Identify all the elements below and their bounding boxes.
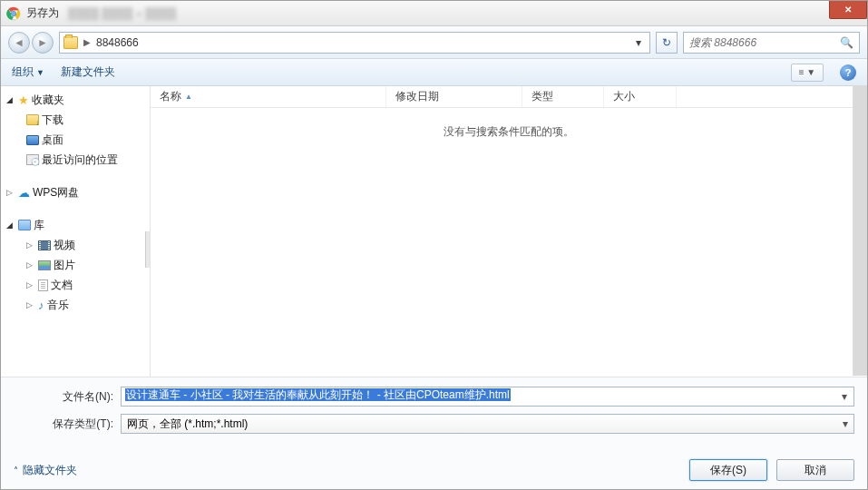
sidebar-item-music[interactable]: ▷ ♪ 音乐 (1, 295, 150, 315)
column-date[interactable]: 修改日期 (386, 86, 522, 107)
library-icon (18, 220, 31, 230)
toolbar: 组织▼ 新建文件夹 ≡ ▼ ? (1, 59, 867, 86)
body: ◢ ★ 收藏夹 下载 桌面 最近访问的位置 ▷ ☁ WPS网盘 ◢ 库 (1, 86, 867, 377)
filename-label: 文件名(N): (14, 389, 121, 405)
search-box[interactable]: 🔍 (683, 32, 860, 54)
sidebar-label: 桌面 (42, 132, 63, 148)
view-options-button[interactable]: ≡ ▼ (791, 64, 824, 82)
column-headers: 名称▲ 修改日期 类型 大小 (151, 86, 867, 108)
video-icon (38, 240, 51, 250)
sidebar-label: 文档 (51, 278, 73, 293)
sort-asc-icon: ▲ (185, 93, 192, 101)
chrome-icon (6, 6, 21, 21)
sidebar-item-videos[interactable]: ▷ 视频 (1, 235, 150, 255)
new-folder-button[interactable]: 新建文件夹 (61, 64, 115, 80)
back-button[interactable]: ◄ (8, 32, 30, 54)
expand-icon[interactable]: ◢ (6, 95, 15, 104)
cancel-button[interactable]: 取消 (776, 459, 854, 481)
sidebar-label: 图片 (54, 258, 75, 273)
desktop-icon (26, 135, 39, 145)
close-button[interactable] (829, 1, 867, 19)
expand-icon[interactable]: ◢ (6, 220, 15, 230)
window-title: 另存为 (26, 5, 59, 21)
navbar: ◄ ► ▶ 8848666 ▾ ↻ 🔍 (1, 26, 867, 59)
sidebar-item-desktop[interactable]: 桌面 (1, 130, 150, 150)
sidebar-label: 视频 (54, 238, 75, 253)
column-size[interactable]: 大小 (604, 86, 677, 107)
recent-icon (26, 154, 39, 165)
path-separator-icon: ▶ (83, 37, 91, 47)
path-text: 8848666 (96, 36, 139, 49)
column-name[interactable]: 名称▲ (151, 86, 386, 107)
forward-button[interactable]: ► (32, 32, 54, 54)
sidebar-label: 最近访问的位置 (42, 152, 118, 168)
sidebar-label: 库 (34, 218, 44, 233)
filetype-label: 保存类型(T): (14, 416, 121, 432)
filename-value: 设计速通车 - 小社区 - 我对生活的奉献从此刻开始！ - 社区由CPOteam… (125, 388, 511, 401)
filetype-value: 网页，全部 (*.htm;*.html) (127, 416, 248, 432)
filetype-combo[interactable]: 网页，全部 (*.htm;*.html) (121, 414, 854, 434)
music-icon: ♪ (38, 299, 44, 312)
address-bar[interactable]: ▶ 8848666 ▾ (59, 32, 650, 54)
blurred-tabs: ████ ████ ● ████ (68, 7, 176, 20)
refresh-button[interactable]: ↻ (656, 32, 678, 54)
titlebar: 另存为 ████ ████ ● ████ (1, 1, 867, 26)
sidebar-label: 下载 (42, 113, 63, 128)
sidebar-item-libraries[interactable]: ◢ 库 (1, 215, 150, 235)
organize-menu[interactable]: 组织▼ (12, 64, 44, 80)
sidebar-label: 音乐 (47, 298, 69, 313)
sidebar-item-recent[interactable]: 最近访问的位置 (1, 150, 150, 170)
search-icon[interactable]: 🔍 (840, 36, 853, 49)
filename-input[interactable]: 设计速通车 - 小社区 - 我对生活的奉献从此刻开始！ - 社区由CPOteam… (121, 387, 854, 407)
sidebar-label: WPS网盘 (33, 185, 79, 201)
expand-icon[interactable]: ▷ (26, 300, 35, 309)
column-type[interactable]: 类型 (522, 86, 604, 107)
sidebar-label: 收藏夹 (32, 93, 64, 108)
expand-icon[interactable]: ▷ (6, 188, 15, 197)
path-dropdown-icon[interactable]: ▾ (631, 36, 646, 49)
sidebar-item-downloads[interactable]: 下载 (1, 110, 150, 130)
picture-icon (38, 260, 51, 270)
sidebar-item-wps[interactable]: ▷ ☁ WPS网盘 (1, 182, 150, 202)
search-input[interactable] (689, 36, 840, 49)
file-list: 名称▲ 修改日期 类型 大小 没有与搜索条件匹配的项。 (151, 86, 867, 377)
bottom-panel: 文件名(N): 设计速通车 - 小社区 - 我对生活的奉献从此刻开始！ - 社区… (1, 377, 867, 490)
save-button[interactable]: 保存(S) (689, 459, 767, 481)
star-icon: ★ (18, 93, 29, 107)
empty-message: 没有与搜索条件匹配的项。 (151, 124, 867, 140)
svg-point-2 (12, 11, 16, 15)
expand-icon[interactable]: ▷ (26, 240, 35, 250)
sidebar-item-favorites[interactable]: ◢ ★ 收藏夹 (1, 90, 150, 110)
downloads-icon (26, 114, 39, 125)
cloud-icon: ☁ (18, 186, 30, 200)
sidebar: ◢ ★ 收藏夹 下载 桌面 最近访问的位置 ▷ ☁ WPS网盘 ◢ 库 (1, 86, 151, 377)
expand-icon[interactable]: ▷ (26, 260, 35, 270)
hide-folders-toggle[interactable]: ˄ 隐藏文件夹 (14, 463, 77, 478)
document-icon (38, 279, 48, 291)
folder-icon (63, 36, 78, 49)
scrollbar[interactable] (853, 85, 867, 376)
sidebar-item-documents[interactable]: ▷ 文档 (1, 275, 150, 295)
sidebar-item-pictures[interactable]: ▷ 图片 (1, 255, 150, 275)
help-button[interactable]: ? (840, 64, 856, 81)
expand-icon[interactable]: ▷ (26, 280, 35, 289)
sidebar-splitter[interactable] (145, 231, 150, 268)
chevron-up-icon: ˄ (14, 466, 18, 475)
